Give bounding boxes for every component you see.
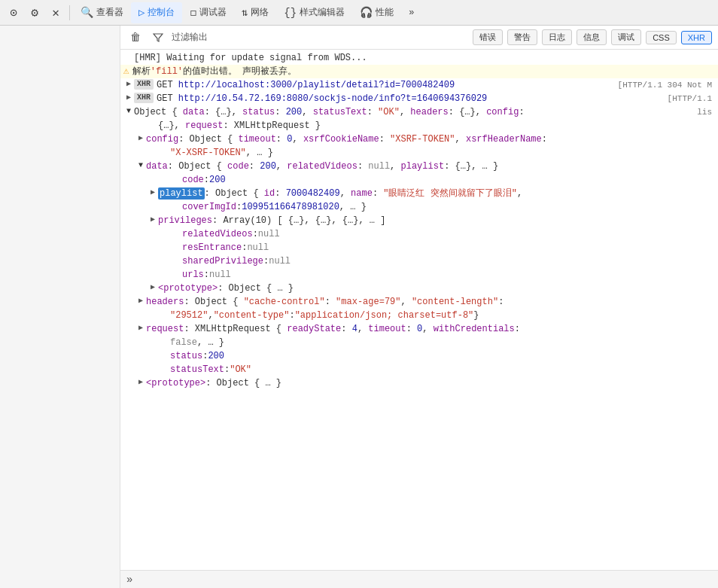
log-entry-request[interactable]: ▶ request : XMLHttpRequest { readyState:… bbox=[120, 322, 718, 336]
tab-debugger[interactable]: ◻ 调试器 bbox=[182, 2, 233, 23]
settings-icon[interactable]: ⚙ bbox=[24, 2, 45, 23]
tab-inspector[interactable]: 🔍 查看器 bbox=[73, 2, 131, 23]
playlist-colon: : Object { id: 7000482409, name: "眼睛泛红 突… bbox=[205, 187, 522, 200]
filter-xhr[interactable]: XHR bbox=[681, 31, 712, 44]
log-entry-privileges[interactable]: ▶ privileges : Array(10) [ {…}, {…}, {…}… bbox=[120, 214, 718, 227]
resEntrance-key: resEntrance bbox=[182, 242, 242, 254]
headers-close: } bbox=[473, 309, 479, 321]
tab-style-editor[interactable]: {} 样式编辑器 bbox=[276, 2, 352, 23]
tab-performance-label: 性能 bbox=[376, 6, 394, 19]
log-entry-continuation-3: coverImgId : 109951166478981020 , … } bbox=[120, 200, 718, 214]
expand-arrow-headers[interactable]: ▶ bbox=[135, 296, 146, 306]
top-toolbar: ⊙ ⚙ ✕ 🔍 查看器 ▷ 控制台 ◻ 调试器 ⇅ 网络 {} 样式编辑器 🎧 … bbox=[0, 0, 718, 26]
log-entry-continuation-headers: "29512" , "content-type" : "application/… bbox=[120, 309, 718, 322]
close-icon[interactable]: ✕ bbox=[45, 2, 66, 23]
code-colon: : bbox=[204, 174, 209, 186]
expand-arrow-root[interactable]: ▼ bbox=[123, 106, 134, 117]
log-entry-status: status : 200 bbox=[120, 349, 718, 363]
request-false: false bbox=[170, 337, 197, 349]
expand-arrow-xhr1[interactable]: ▶ bbox=[123, 79, 134, 90]
xhr1-url: http://localhost:3000/playlist/detail?id… bbox=[178, 79, 455, 91]
config-colon: : Object { timeout: 0, xsrfCookieName: "… bbox=[178, 133, 547, 145]
expand-arrow-config[interactable]: ▶ bbox=[135, 133, 146, 144]
coverImgId-key: coverImgId bbox=[182, 201, 236, 213]
filter-debug[interactable]: 调试 bbox=[611, 29, 641, 45]
status-colon: : bbox=[202, 350, 208, 362]
code-key: code bbox=[182, 174, 204, 186]
obj-root-right: lis bbox=[697, 106, 715, 118]
request-rest: , … } bbox=[197, 337, 224, 349]
tab-more[interactable]: » bbox=[401, 2, 421, 23]
log-entry-urls: urls : null bbox=[120, 268, 718, 282]
continuation-text-2: "X-XSRF-TOKEN" bbox=[170, 147, 246, 159]
clear-button[interactable]: 🗑 bbox=[126, 29, 145, 47]
status-key: status bbox=[170, 350, 202, 362]
debugger-icon: ◻ bbox=[190, 6, 196, 19]
expand-arrow-request[interactable]: ▶ bbox=[135, 323, 146, 334]
sharedPrivilege-key: sharedPrivilege bbox=[182, 255, 263, 267]
request-key: request bbox=[146, 323, 184, 335]
prototype-root-key: <prototype> bbox=[146, 377, 205, 389]
expand-arrow-xhr2[interactable]: ▶ bbox=[123, 93, 134, 103]
relatedVideos-val: null bbox=[258, 228, 280, 240]
filter-button[interactable] bbox=[149, 29, 167, 47]
obj-root-text: Object { data: {…}, status: 200, statusT… bbox=[134, 106, 525, 118]
warning-text-pre: 解析 bbox=[132, 66, 151, 78]
log-entry-prototype-root[interactable]: ▶ <prototype> : Object { … } bbox=[120, 376, 718, 390]
xhr1-status: [HTTP/1.1 304 Not M bbox=[618, 79, 715, 91]
log-entry-continuation-2: "X-XSRF-TOKEN", … } bbox=[120, 146, 718, 160]
xhr2-status: [HTTP/1.1 bbox=[668, 93, 715, 105]
xhr-badge-1: XHR bbox=[134, 79, 154, 90]
log-entry-prototype-data[interactable]: ▶ <prototype> : Object { … } bbox=[120, 282, 718, 295]
expand-arrow-prototype-root[interactable]: ▶ bbox=[135, 377, 146, 388]
expand-arrow-privileges[interactable]: ▶ bbox=[148, 215, 158, 225]
warning-text-quoted: 'fill' bbox=[151, 66, 183, 78]
tab-more-label: » bbox=[409, 8, 414, 18]
sharedPrivilege-val: null bbox=[269, 255, 291, 267]
style-editor-icon: {} bbox=[284, 7, 297, 19]
log-entry-playlist[interactable]: ▶ playlist : Object { id: 7000482409, na… bbox=[120, 187, 718, 200]
tab-network[interactable]: ⇅ 网络 bbox=[234, 2, 276, 23]
toolbar-separator bbox=[69, 5, 70, 20]
bottom-bar: » bbox=[120, 570, 718, 588]
log-entry-config[interactable]: ▶ config : Object { timeout: 0, xsrfCook… bbox=[120, 133, 718, 146]
filter-errors[interactable]: 错误 bbox=[473, 29, 503, 45]
log-area[interactable]: [HMR] Waiting for update signal from WDS… bbox=[120, 50, 718, 570]
log-entry-continuation-request: false , … } bbox=[120, 336, 718, 349]
log-entry-data[interactable]: ▼ data : Object { code: 200, relatedVide… bbox=[120, 160, 718, 173]
urls-colon: : bbox=[204, 269, 209, 281]
log-entry-xhr2[interactable]: ▶ XHR GET http://10.54.72.169:8080/sockj… bbox=[120, 92, 718, 105]
log-entry-obj-root[interactable]: ▼ Object { data: {…}, status: 200, statu… bbox=[120, 105, 718, 119]
log-entry-statusText: statusText : "OK" bbox=[120, 363, 718, 376]
camera-icon[interactable]: ⊙ bbox=[3, 2, 24, 23]
log-entry-sharedPrivilege: sharedPrivilege : null bbox=[120, 254, 718, 268]
filter-info[interactable]: 信息 bbox=[577, 29, 607, 45]
coverImgId-rest: , … } bbox=[339, 201, 367, 213]
coverImgId-val: 109951166478981020 bbox=[242, 201, 339, 213]
resEntrance-val: null bbox=[247, 242, 269, 254]
filter-css[interactable]: CSS bbox=[646, 31, 677, 44]
data-colon: : Object { code: 200, relatedVideos: nul… bbox=[168, 160, 498, 172]
coverImgId-colon: : bbox=[236, 201, 242, 213]
bottom-more-icon[interactable]: » bbox=[126, 574, 132, 586]
filter-logs[interactable]: 日志 bbox=[542, 29, 572, 45]
relatedVideos-colon: : bbox=[253, 228, 258, 240]
prototype-data-colon: : Object { … } bbox=[218, 282, 294, 294]
filter-warnings[interactable]: 警告 bbox=[507, 29, 537, 45]
log-entry-headers[interactable]: ▶ headers : Object { "cache-control": "m… bbox=[120, 295, 718, 309]
network-icon: ⇅ bbox=[242, 6, 248, 19]
statusText-colon: : bbox=[224, 364, 230, 376]
config-key: config bbox=[146, 133, 178, 145]
tab-console-label: 控制台 bbox=[148, 6, 175, 19]
continuation-text-2b: , … } bbox=[246, 147, 273, 159]
expand-arrow-playlist[interactable]: ▶ bbox=[148, 187, 158, 198]
resEntrance-colon: : bbox=[242, 242, 247, 254]
continuation-text-1: {…}, request: XMLHttpRequest } bbox=[158, 120, 321, 132]
expand-arrow-data[interactable]: ▼ bbox=[135, 160, 146, 171]
expand-arrow-prototype-data[interactable]: ▶ bbox=[148, 282, 158, 293]
log-entry-xhr1[interactable]: ▶ XHR GET http://localhost:3000/playlist… bbox=[120, 78, 718, 92]
tab-performance[interactable]: 🎧 性能 bbox=[352, 2, 401, 23]
main-layout: 🗑 过滤输出 错误 警告 日志 信息 调试 CSS XHR [HMR] Wait… bbox=[0, 26, 718, 588]
headers-colon2: : bbox=[289, 309, 294, 321]
tab-console[interactable]: ▷ 控制台 bbox=[131, 2, 182, 23]
